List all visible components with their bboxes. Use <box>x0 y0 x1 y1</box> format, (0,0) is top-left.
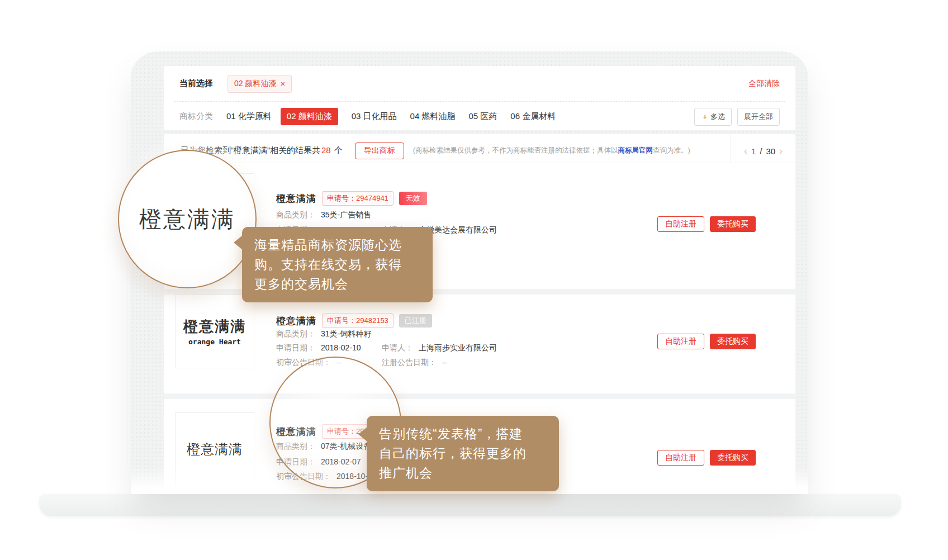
result-row-2: 橙意满满 orange Heart 橙意满满 申请号：29482153 已注册 … <box>164 295 795 393</box>
trademark-image-2-text: 橙意满满 <box>183 317 246 336</box>
row-1-actions: 自助注册 委托购买 <box>657 216 756 232</box>
callout-bubble-promotion: 告别传统“发表格”，搭建 自己的标行，获得更多的 推广机会 <box>367 416 559 491</box>
export-trademarks-button[interactable]: 导出商标 <box>355 143 404 159</box>
category-label: 商品类别： <box>276 210 315 220</box>
entrust-purchase-button[interactable]: 委托购买 <box>710 450 756 466</box>
current-page: 1 <box>751 146 756 156</box>
category-item-06[interactable]: 06 金属材料 <box>510 111 556 122</box>
trademark-image-3[interactable]: 橙意满满 <box>175 412 254 486</box>
prev-page-icon[interactable]: ‹ <box>744 146 747 156</box>
magnifier-circle-trademark: 橙意满满 <box>118 150 257 288</box>
reg-publication-label: 注册公告日期： <box>382 358 437 368</box>
disclaimer-post: 查询为准。) <box>653 146 690 154</box>
callout-line: 自己的标行，获得更多的 <box>379 444 547 463</box>
applicant-value: 上海雨步实业有限公司 <box>419 343 497 353</box>
row-1-category-line: 商品类别：35类-广告销售 <box>276 210 371 220</box>
results-summary-suffix: 个 <box>332 145 343 155</box>
category-item-03[interactable]: 03 日化用品 <box>352 111 397 122</box>
category-label: 商品类别： <box>276 329 315 339</box>
category-pair: 商品类别：35类-广告销售 <box>276 210 371 220</box>
entrust-purchase-button[interactable]: 委托购买 <box>710 334 756 349</box>
category-row-label: 商标分类 <box>179 111 213 122</box>
current-selection-row: 当前选择 02 颜料油漆 × 全部清除 <box>164 66 795 101</box>
page: 当前选择 02 颜料油漆 × 全部清除 商标分类 01 化学原料 02 颜料油漆… <box>0 0 948 560</box>
category-item-05[interactable]: 05 医药 <box>468 111 497 122</box>
category-value: 35类-广告销售 <box>321 210 371 220</box>
row-1-title-line: 橙意满满 申请号：29474941 无效 <box>276 191 427 206</box>
callout-line: 更多的交易机会 <box>254 274 420 294</box>
bubble-tail <box>234 235 243 250</box>
application-number-label: 申请号： <box>327 194 356 202</box>
close-icon[interactable]: × <box>280 79 285 88</box>
trademark-name: 橙意满满 <box>276 315 316 328</box>
applicant-label: 申请人： <box>382 343 413 353</box>
trademark-image-2-subtext: orange Heart <box>188 338 241 346</box>
pagination: ‹ 1 / 30 › <box>731 134 795 163</box>
application-number-tag: 申请号：29482153 <box>322 314 394 328</box>
results-count: 28 <box>321 145 331 155</box>
application-number-value: 29482153 <box>356 316 388 325</box>
application-number-value: 29474941 <box>356 194 388 202</box>
category-actions: ＋ 多选 展开全部 <box>694 108 780 126</box>
apply-date-label: 申请日期： <box>276 343 315 353</box>
selected-filter-tag[interactable]: 02 颜料油漆 × <box>227 75 292 93</box>
category-pair: 商品类别：31类-饲料种籽 <box>276 329 371 339</box>
trademark-image-2[interactable]: 橙意满满 orange Heart <box>175 295 254 368</box>
current-selection-label: 当前选择 <box>179 78 213 89</box>
self-register-button[interactable]: 自助注册 <box>657 334 704 349</box>
entrust-purchase-button[interactable]: 委托购买 <box>710 216 756 232</box>
applicant-pair: 申请人：上海雨步实业有限公司 <box>382 343 497 353</box>
self-register-button[interactable]: 自助注册 <box>657 216 704 232</box>
status-badge-invalid: 无效 <box>399 192 427 205</box>
category-item-02-selected[interactable]: 02 颜料油漆 <box>281 108 338 125</box>
reg-publication-value: – <box>442 358 447 368</box>
apply-date-pair: 申请日期：2018-02-10 <box>276 343 382 353</box>
filter-card: 当前选择 02 颜料油漆 × 全部清除 商标分类 01 化学原料 02 颜料油漆… <box>164 66 795 130</box>
multi-select-button[interactable]: ＋ 多选 <box>694 108 732 126</box>
status-badge-registered: 已注册 <box>399 314 432 328</box>
callout-line: 购。支持在线交易，获得 <box>254 255 420 274</box>
category-value: 31类-饲料种籽 <box>321 329 371 339</box>
row-divider <box>164 393 795 399</box>
row-3-actions: 自助注册 委托购买 <box>657 450 756 466</box>
next-page-icon[interactable]: › <box>779 146 783 156</box>
callout-line: 告别传统“发表格”，搭建 <box>379 424 547 444</box>
category-row: 商标分类 01 化学原料 02 颜料油漆 03 日化用品 04 燃料油脂 05 … <box>164 102 795 130</box>
apply-date-value: 2018-02-10 <box>321 343 361 353</box>
category-item-04[interactable]: 04 燃料油脂 <box>410 111 456 122</box>
row-2-category-line: 商品类别：31类-饲料种籽 <box>276 329 371 339</box>
trademark-image-3-text: 橙意满满 <box>187 440 243 458</box>
magnified-trademark-text: 橙意满满 <box>139 204 235 235</box>
row-2-title-line: 橙意满满 申请号：29482153 已注册 <box>276 314 432 328</box>
callout-bubble-trading: 海量精品商标资源随心选 购。支持在线交易，获得 更多的交易机会 <box>242 227 433 302</box>
page-separator: / <box>760 146 762 156</box>
selected-filter-tag-label: 02 颜料油漆 <box>234 79 276 89</box>
disclaimer-pre: (商标检索结果仅供参考，不作为商标能否注册的法律依据；具体以 <box>413 146 618 154</box>
trademark-office-link[interactable]: 商标局官网 <box>618 146 653 154</box>
bubble-tail <box>358 427 367 442</box>
category-item-01[interactable]: 01 化学原料 <box>226 111 272 122</box>
application-number-tag: 申请号：29474941 <box>322 191 394 206</box>
application-number-label: 申请号： <box>327 316 356 325</box>
expand-all-button[interactable]: 展开全部 <box>737 108 780 126</box>
self-register-button[interactable]: 自助注册 <box>657 450 704 466</box>
results-header: 已为您检索到“橙意满满”相关的结果共28 个 导出商标 (商标检索结果仅供参考，… <box>164 134 795 163</box>
trademark-name: 橙意满满 <box>276 192 316 205</box>
callout-line: 海量精品商标资源随心选 <box>254 235 420 255</box>
row-2-date-line: 申请日期：2018-02-10 申请人：上海雨步实业有限公司 <box>276 343 497 353</box>
disclaimer-note: (商标检索结果仅供参考，不作为商标能否注册的法律依据；具体以商标局官网查询为准。… <box>413 146 690 155</box>
laptop-base <box>39 494 901 516</box>
total-pages: 30 <box>766 146 775 156</box>
reg-publication-pair: 注册公告日期：– <box>382 358 447 368</box>
row-2-actions: 自助注册 委托购买 <box>657 334 756 349</box>
clear-all-link[interactable]: 全部清除 <box>748 79 780 89</box>
callout-line: 推广机会 <box>379 463 547 483</box>
